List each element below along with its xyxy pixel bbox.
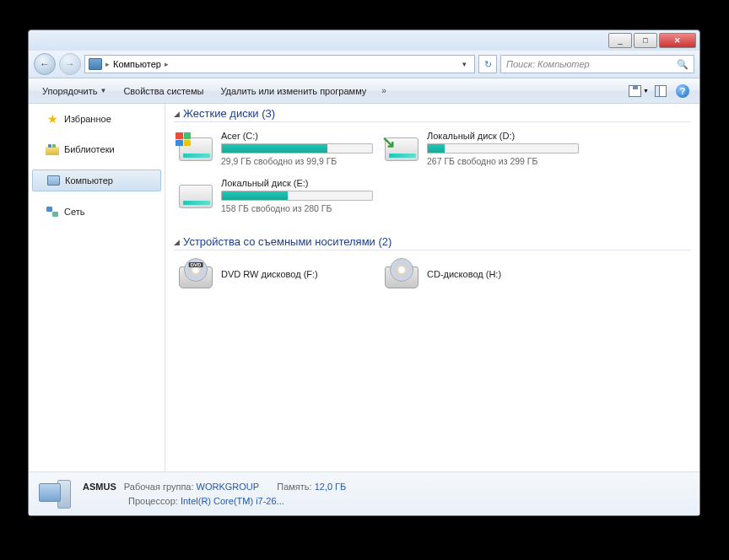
computer-icon <box>46 174 60 187</box>
breadcrumb-separator: ▸ <box>105 60 110 68</box>
removable-group: DVD DVD RW дисковод (F:) CD-дисковод (H:… <box>174 257 691 304</box>
organize-menu[interactable]: Упорядочить▼ <box>35 83 113 99</box>
explorer-window: _ □ ✕ ← → ▸ Компьютер ▸ ▾ ↻ Поиск: Компь… <box>28 30 700 516</box>
titlebar: _ □ ✕ <box>29 30 699 51</box>
dvd-drive-icon: DVD <box>177 259 214 296</box>
search-placeholder: Поиск: Компьютер <box>506 59 590 69</box>
computer-name: ASMUS <box>83 482 116 492</box>
memory-value: 12,0 ГБ <box>315 482 347 492</box>
toolbar: Упорядочить▼ Свойства системы Удалить ил… <box>29 78 699 104</box>
group-header-removable[interactable]: ◢ Устройства со съемными носителями (2) <box>174 235 691 250</box>
forward-button[interactable]: → <box>59 53 81 75</box>
hdd-icon <box>177 178 214 215</box>
download-arrow-icon: ↘ <box>381 132 396 152</box>
cpu-value: Intel(R) Core(TM) i7-26... <box>181 496 284 506</box>
drive-free-text: 29,9 ГБ свободно из 99,9 ГБ <box>221 156 376 166</box>
star-icon: ★ <box>46 112 59 126</box>
sidebar-item-label: Библиотеки <box>64 144 115 154</box>
collapse-icon: ◢ <box>174 110 180 118</box>
preview-pane-button[interactable] <box>651 82 671 100</box>
capacity-fill <box>428 144 445 153</box>
drive-label: Acer (C:) <box>221 131 376 141</box>
drive-label: Локальный диск (E:) <box>221 178 376 188</box>
collapse-icon: ◢ <box>174 238 180 246</box>
breadcrumb-separator: ▸ <box>165 60 169 68</box>
close-button[interactable]: ✕ <box>659 33 696 48</box>
drive-f[interactable]: DVD DVD RW дисковод (F:) <box>174 257 380 304</box>
system-properties-button[interactable]: Свойства системы <box>116 83 210 99</box>
details-text: ASMUS Рабочая группа: WORKGROUP Память: … <box>83 480 361 508</box>
workgroup-label: Рабочая группа: <box>124 482 194 492</box>
address-dropdown[interactable]: ▾ <box>457 60 471 68</box>
drive-label: DVD RW дисковод (F:) <box>221 269 376 279</box>
capacity-bar <box>221 191 373 201</box>
computer-icon <box>89 58 102 70</box>
workgroup-value: WORKGROUP <box>197 482 260 492</box>
drive-h[interactable]: CD-дисковод (H:) <box>380 257 586 304</box>
drive-label: CD-дисковод (H:) <box>427 269 582 279</box>
capacity-fill <box>222 191 288 200</box>
sidebar-item-favorites[interactable]: ★ Избранное <box>29 109 165 129</box>
help-button[interactable]: ? <box>672 82 693 100</box>
uninstall-program-button[interactable]: Удалить или изменить программу <box>213 83 373 99</box>
details-pane: ASMUS Рабочая группа: WORKGROUP Память: … <box>29 471 699 515</box>
memory-label: Память: <box>277 482 311 492</box>
capacity-bar <box>427 143 579 153</box>
group-header-hdd[interactable]: ◢ Жесткие диски (3) <box>174 107 691 122</box>
search-input[interactable]: Поиск: Компьютер 🔍 <box>500 55 694 73</box>
drive-e[interactable]: Локальный диск (E:) 158 ГБ свободно из 2… <box>174 176 380 223</box>
cpu-label: Процессор: <box>128 496 178 506</box>
help-icon: ? <box>676 84 689 98</box>
refresh-button[interactable]: ↻ <box>478 55 497 73</box>
drive-free-text: 158 ГБ свободно из 280 ГБ <box>221 203 376 213</box>
libraries-icon <box>46 143 59 156</box>
sidebar-item-network[interactable]: Сеть <box>29 202 165 222</box>
sidebar-item-computer[interactable]: Компьютер <box>32 170 161 191</box>
capacity-fill <box>222 144 327 153</box>
search-icon: 🔍 <box>677 59 688 70</box>
sidebar-item-label: Компьютер <box>65 175 113 186</box>
sidebar-item-label: Сеть <box>64 207 84 217</box>
content-area: ★ Избранное Библиотеки Компьютер Сеть ◢ … <box>29 104 699 471</box>
sidebar-item-libraries[interactable]: Библиотеки <box>29 139 165 159</box>
cd-drive-icon <box>383 259 420 296</box>
address-bar[interactable]: ▸ Компьютер ▸ ▾ <box>84 55 475 73</box>
group-title: Устройства со съемными носителями (2) <box>183 235 392 248</box>
breadcrumb-location[interactable]: Компьютер <box>113 59 161 69</box>
toolbar-overflow[interactable]: » <box>376 86 392 95</box>
sidebar-item-label: Избранное <box>64 114 111 124</box>
navigation-pane: ★ Избранное Библиотеки Компьютер Сеть <box>29 104 165 471</box>
back-button[interactable]: ← <box>34 53 56 75</box>
view-menu[interactable]: ▼ <box>629 82 649 100</box>
network-icon <box>46 205 59 218</box>
minimize-button[interactable]: _ <box>608 33 632 48</box>
hdd-group: Acer (C:) 29,9 ГБ свободно из 99,9 ГБ ↘ … <box>174 129 691 223</box>
navigation-bar: ← → ▸ Компьютер ▸ ▾ ↻ Поиск: Компьютер 🔍 <box>29 51 699 78</box>
drive-d[interactable]: ↘ Локальный диск (D:) 267 ГБ свободно из… <box>380 129 586 176</box>
drive-c[interactable]: Acer (C:) 29,9 ГБ свободно из 99,9 ГБ <box>174 129 380 176</box>
group-title: Жесткие диски (3) <box>183 107 275 120</box>
hdd-icon: ↘ <box>383 131 420 168</box>
pane-icon <box>655 85 667 97</box>
view-icon <box>629 85 641 97</box>
maximize-button[interactable]: □ <box>634 33 657 48</box>
windows-badge-icon <box>176 132 191 146</box>
computer-large-icon <box>37 477 74 511</box>
drive-label: Локальный диск (D:) <box>427 131 582 141</box>
main-pane: ◢ Жесткие диски (3) Acer (C:) 29,9 ГБ св… <box>165 104 699 471</box>
drive-free-text: 267 ГБ свободно из 299 ГБ <box>427 156 582 166</box>
hdd-icon <box>177 131 214 168</box>
capacity-bar <box>221 143 373 153</box>
